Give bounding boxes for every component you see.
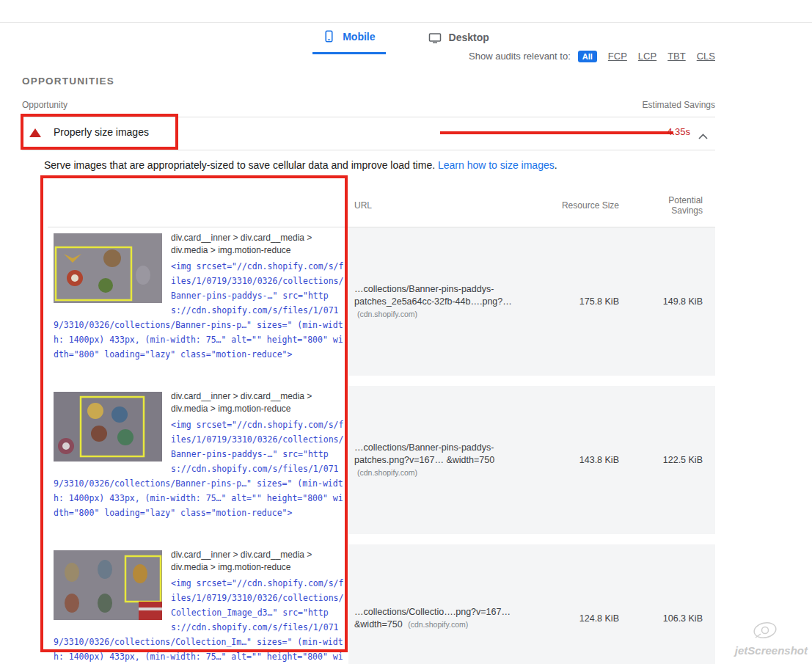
filter-label: Show audits relevant to: (469, 51, 571, 62)
audit-description-text: Serve images that are appropriately-size… (44, 159, 438, 171)
image-thumbnail (54, 550, 162, 620)
url-text: …collections/Banner-pins-paddys-patches.… (354, 442, 494, 465)
device-tab-bar: Mobile Desktop (0, 24, 812, 54)
table-header-row: URL Resource Size Potential Savings (48, 183, 715, 227)
filter-tbt-link[interactable]: TBT (667, 51, 686, 62)
resource-size-cell: 124.8 KiB (546, 544, 631, 664)
node-cell: div.card__inner > div.card__media > div.… (48, 227, 348, 376)
filter-all-button[interactable]: All (578, 51, 597, 62)
filter-lcp-link[interactable]: LCP (638, 51, 656, 62)
mobile-phone-icon (323, 30, 335, 43)
image-thumbnail (54, 233, 162, 303)
audit-description: Serve images that are appropriately-size… (44, 158, 704, 172)
node-cell: div.card__inner > div.card__media > div.… (48, 386, 348, 534)
filter-cls-link[interactable]: CLS (697, 51, 715, 62)
url-cell: …collections/Banner-pins-paddys-patches_… (348, 227, 546, 376)
chevron-up-icon[interactable] (698, 129, 708, 142)
audit-filter-bar: Show audits relevant to:AllFCPLCPTBTCLS (22, 51, 715, 65)
jetscreenshot-watermark: jetScreenshot (735, 644, 808, 657)
column-opportunity-label: Opportunity (22, 100, 67, 110)
column-estimated-savings-label: Estimated Savings (643, 100, 715, 110)
url-cell: …collections/Collectio….png?v=167… &widt… (348, 544, 546, 664)
table-row: div.card__inner > div.card__media > div.… (48, 544, 715, 664)
url-text: …collections/Banner-pins-paddys-patches_… (354, 284, 512, 307)
learn-how-link[interactable]: Learn how to size images (438, 159, 555, 171)
header-resource-size: Resource Size (546, 200, 631, 211)
header-url: URL (348, 200, 546, 211)
tab-desktop[interactable]: Desktop (418, 24, 500, 54)
table-row: div.card__inner > div.card__media > div.… (48, 386, 715, 534)
top-divider (0, 22, 812, 23)
potential-savings-cell: 122.5 KiB (631, 386, 715, 534)
audit-description-period: . (555, 159, 557, 171)
desktop-monitor-icon (428, 32, 442, 44)
tab-mobile[interactable]: Mobile (312, 24, 385, 54)
resource-size-cell: 143.8 KiB (546, 386, 631, 534)
tab-desktop-label: Desktop (449, 32, 489, 43)
audit-properly-size-images[interactable]: Properly size images 4.35s (22, 114, 715, 150)
opportunities-heading: OPPORTUNITIES (22, 76, 114, 87)
warning-triangle-icon (29, 128, 41, 137)
image-thumbnail (54, 392, 162, 461)
url-host: (cdn.shopify.com) (357, 468, 417, 477)
jetscreenshot-logo-icon (750, 620, 780, 645)
table-row: div.card__inner > div.card__media > div.… (48, 227, 715, 376)
resource-size-cell: 175.8 KiB (546, 227, 631, 376)
header-potential-savings: Potential Savings (631, 195, 715, 216)
potential-savings-cell: 149.8 KiB (631, 227, 715, 376)
tab-mobile-label: Mobile (343, 31, 375, 43)
audit-title: Properly size images (54, 126, 149, 138)
url-host: (cdn.shopify.com) (408, 620, 468, 629)
potential-savings-cell: 106.3 KiB (631, 544, 715, 664)
savings-bar (440, 131, 673, 134)
url-host: (cdn.shopify.com) (357, 310, 417, 318)
audit-details-table: URL Resource Size Potential Savings div.… (48, 183, 715, 664)
url-cell: …collections/Banner-pins-paddys-patches.… (348, 386, 546, 534)
node-cell: div.card__inner > div.card__media > div.… (48, 544, 348, 664)
audit-savings-value: 4.35s (667, 126, 690, 137)
lighthouse-report-page: Mobile Desktop Show audits relevant to:A… (0, 0, 812, 664)
filter-fcp-link[interactable]: FCP (608, 51, 627, 62)
